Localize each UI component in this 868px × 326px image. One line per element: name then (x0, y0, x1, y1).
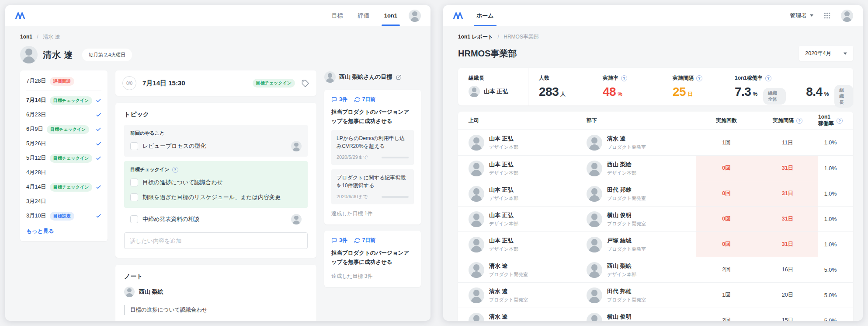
table-row[interactable]: 清水 遼プロダクト開発室 田代 邦雄プロダクト開発室 1回 20日 5.0% (458, 282, 853, 308)
achieved-goals-link[interactable]: 達成した目標 1件 (331, 210, 414, 217)
tab-home[interactable]: ホーム (476, 5, 494, 26)
session-type-badge: 目標設定 (50, 212, 74, 221)
breadcrumb-root[interactable]: 1on1 (20, 34, 32, 40)
help-icon[interactable]: ? (621, 75, 627, 81)
subgoal-title: プロダクトに関する記事掲載を10件獲得する (337, 174, 409, 189)
breadcrumb-root[interactable]: 1on1 レポート (458, 34, 493, 40)
interval-cell: 31日 (757, 232, 818, 257)
session-type-badge: 目標チェックイン (50, 183, 92, 192)
help-icon[interactable]: ? (696, 75, 702, 81)
add-topic-input[interactable] (124, 232, 308, 249)
help-icon[interactable]: ? (796, 118, 802, 124)
period-selector[interactable]: 2020年4月 (799, 46, 853, 61)
session-date: 4月28日 (26, 169, 46, 176)
table-row[interactable]: 山本 正弘デザイン本部 横山 俊明プロダクト開発室 0回 31日 1.0% (458, 206, 853, 231)
check-icon (96, 184, 101, 190)
rate-cell: 1.0% (818, 207, 843, 231)
checkbox[interactable] (130, 193, 138, 201)
avatar (587, 161, 602, 176)
table-row[interactable]: 山本 正弘デザイン本部 戸塚 結城プロダクト開発室 0回 31日 1.0% (458, 231, 853, 257)
stat-utilization-label: 1on1稼働率 (735, 74, 763, 82)
table-row[interactable]: 山本 正弘デザイン本部 清水 遼プロダクト開発室 1回 11日 1.0% (458, 130, 853, 155)
session-list-item[interactable]: 7月28日 評価面談 (20, 74, 108, 88)
goal-title: 担当プロダクトのバージョンアップを無事に成功させる (331, 249, 414, 266)
hrmos-logo-icon[interactable] (453, 12, 463, 19)
achieved-goals-link[interactable]: 達成した目標 3件 (331, 273, 414, 280)
left-app-bar: 目標 評価 1on1 (5, 5, 431, 26)
count-cell: 0回 (696, 181, 757, 206)
tab-evaluation[interactable]: 評価 (358, 5, 369, 26)
notes-title: ノート (124, 273, 308, 280)
sync-icon (354, 97, 360, 102)
goal-checkin-label: 目標チェックイン (130, 166, 170, 173)
account-avatar[interactable] (841, 10, 853, 22)
goal-card[interactable]: 3件 7日前 担当プロダクトのバージョンアップを無事に成功させる 達成した目標 … (324, 231, 421, 287)
todo-item: 期限を過ぎた目標のリスケジュール、または内容変更 (130, 192, 302, 203)
table-row[interactable]: 山本 正弘デザイン本部 田代 邦雄プロダクト開発室 0回 31日 1.0% (458, 181, 853, 206)
session-list-item[interactable]: 6月9日 目標チェックイン (20, 122, 108, 137)
help-icon[interactable]: ? (765, 75, 771, 81)
stat-rate-value: 48 (603, 85, 616, 99)
stat-interval-value: 25 (673, 85, 686, 99)
todo-label: レビュープロセスの型化 (142, 142, 206, 150)
session-type-badge: 目標チェックイン (50, 96, 92, 105)
subgoal-card[interactable]: LPからのDemoの利用申し込みCVR20%を超える 2020/5/29まで (331, 130, 414, 165)
last-updated: 7日前 (362, 96, 376, 103)
stat-implementation-rate: 実施率 ? 48 % (592, 68, 662, 105)
col-supervisor: 上司 (469, 117, 587, 124)
rate-cell: 5.0% (818, 283, 843, 308)
breadcrumb-current: 清水 遼 (43, 34, 60, 40)
avatar (587, 211, 602, 227)
tag-icon[interactable] (301, 79, 309, 88)
session-list-item[interactable]: 4月28日 (20, 165, 108, 180)
session-list-item[interactable]: 5月26日 (20, 137, 108, 151)
avatar (291, 141, 302, 151)
help-icon[interactable]: ? (837, 118, 843, 124)
role-menu[interactable]: 管理者 (790, 12, 813, 20)
stat-utilization: 1on1稼働率 ? 7.3 % 組織全体 8.4 % 組織長 (724, 68, 853, 105)
interval-cell: 11日 (757, 130, 818, 155)
table-header-row: 上司 部下 実施回数 実施間隔? 1on1稼働率? (458, 112, 853, 130)
subgoal-due-date: 2020/6/30まで (337, 193, 368, 200)
table-row[interactable]: 清水 遼プロダクト開発室 横山 俊明プロダクト開発室 2回 15日 5.0% (458, 308, 853, 321)
checkbox[interactable] (130, 179, 138, 186)
topics-card: トピック 前回のやること レビュープロセスの型化 目標チェックイン (115, 103, 316, 258)
table-row[interactable]: 清水 遼プロダクト開発室 西山 梨絵デザイン本部 2回 16日 5.0% (458, 257, 853, 282)
avatar (124, 287, 135, 297)
session-list-item[interactable]: 7月14日 目標チェックイン (20, 93, 108, 108)
stat-leader-name: 山本 正弘 (484, 88, 508, 95)
checkbox[interactable] (130, 215, 138, 223)
account-avatar[interactable] (409, 10, 421, 22)
interval-cell: 31日 (757, 207, 818, 231)
stat-leader-label: 組織長 (469, 74, 528, 82)
session-list-item[interactable]: 6月23日 (20, 108, 108, 122)
table-row[interactable]: 山本 正弘デザイン本部 西山 梨絵デザイン本部 0回 31日 1.0% (458, 155, 853, 181)
check-icon (96, 213, 101, 219)
help-icon[interactable]: ? (172, 167, 178, 173)
session-list-item[interactable]: 4月14日 目標チェックイン (20, 180, 108, 194)
goal-card[interactable]: 3件 7日前 担当プロダクトのバージョンアップを無事に成功させる LPからのDe… (324, 90, 421, 224)
count-cell: 0回 (696, 156, 757, 181)
subgoal-card[interactable]: プロダクトに関する記事掲載を10件獲得する 2020/6/30まで (331, 169, 414, 204)
session-list-item[interactable]: 5月12日 目標チェックイン (20, 151, 108, 165)
tab-1on1[interactable]: 1on1 (384, 5, 397, 26)
content-columns: 7月28日 評価面談 7月14日 目標チェックイン 6月23日 6月9日 (15, 70, 421, 321)
avatar (587, 186, 602, 202)
profile-header: 清水 遼 毎月第 2,4火曜日 (15, 46, 421, 63)
session-list-item[interactable]: 3月24日 (20, 194, 108, 209)
stat-utilization-leader-value: 8.4 (806, 85, 822, 99)
summary-stats-card: 組織長 山本 正弘 人数 283 人 実施率 ? (458, 68, 853, 105)
show-more-link[interactable]: もっと見る (20, 223, 108, 236)
external-link-icon[interactable] (396, 74, 402, 80)
goal-checkin-section: 目標チェックイン ? 目標の進捗について認識合わせ 期限を過ぎた目標のリスケジュ… (124, 161, 308, 208)
app-grid-icon[interactable] (824, 12, 830, 19)
todo-label: 期限を過ぎた目標のリスケジュール、または内容変更 (142, 193, 281, 201)
hrmos-logo-icon[interactable] (15, 12, 25, 19)
session-list-item[interactable]: 3月10日 目標設定 (20, 209, 108, 223)
stat-leader: 組織長 山本 正弘 (458, 68, 528, 105)
check-icon (96, 98, 101, 103)
tab-goals[interactable]: 目標 (332, 5, 343, 26)
left-app-window: 目標 評価 1on1 1on1 / 清水 遼 清水 遼 毎月第 2,4火曜日 (5, 5, 431, 321)
checkbox[interactable] (130, 142, 138, 150)
chevron-down-icon (810, 14, 813, 17)
